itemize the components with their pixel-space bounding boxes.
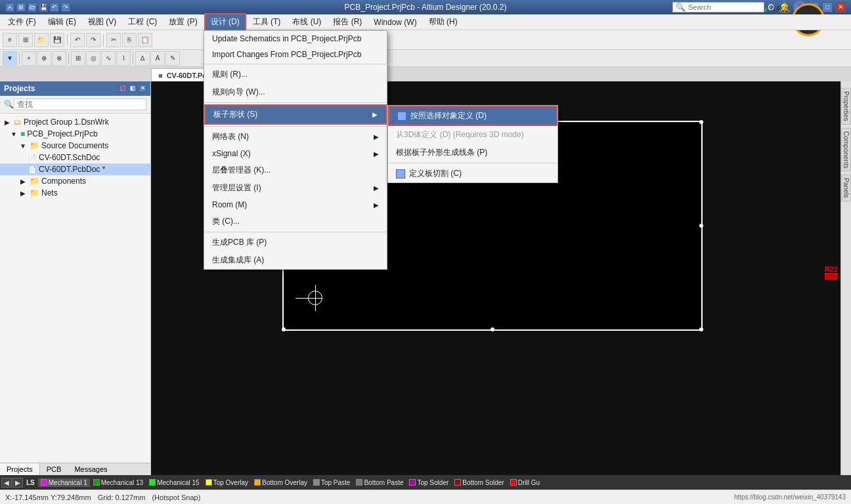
redo-btn[interactable]: ↷ — [86, 33, 100, 47]
paste-btn[interactable]: 📋 — [138, 33, 152, 47]
projects-tab[interactable]: Projects — [0, 463, 40, 475]
dm-layer-mgr[interactable]: 层叠管理器 (K)... — [204, 161, 387, 179]
menu-place[interactable]: 放置 (P) — [164, 14, 202, 30]
sm-gen-from-outline[interactable]: 根据板子外形生成线条 (P) — [388, 144, 557, 161]
menu-project[interactable]: 工程 (C) — [123, 14, 162, 30]
layer-nav-right[interactable]: ▶ — [12, 478, 23, 488]
save-btn[interactable]: 💾 — [50, 33, 64, 47]
menu-edit[interactable]: 编辑 (E) — [43, 14, 81, 30]
menu-report[interactable]: 报告 (R) — [328, 14, 367, 30]
close-button[interactable]: ✕ — [835, 2, 846, 12]
layer-drill[interactable]: Drill Gu — [508, 478, 542, 487]
redo-icon[interactable]: ↷ — [61, 3, 70, 12]
dm-make-int-lib[interactable]: 生成集成库 (A) — [204, 251, 387, 269]
open-btn[interactable]: 📁 — [34, 33, 49, 47]
panel-search-icon: 🔍 — [4, 100, 14, 109]
panel-title: Projects — [4, 84, 35, 93]
dm-room[interactable]: Room (M) ▶ — [204, 197, 387, 213]
sm-define-from-sel[interactable]: 按照选择对象定义 (D) — [388, 106, 557, 126]
pad-btn[interactable]: ⌇ — [116, 51, 131, 66]
components-panel-btn[interactable]: Components — [841, 128, 851, 172]
tree-nets[interactable]: ▶ 📁 Nets — [0, 187, 150, 199]
select-btn[interactable]: ▼ — [3, 51, 17, 66]
track-btn[interactable]: ∿ — [101, 51, 116, 66]
sm-define-split[interactable]: 定义板切割 (C) — [388, 165, 557, 182]
zoom-area-btn[interactable]: ⊗ — [52, 51, 66, 66]
menu-view[interactable]: 视图 (V) — [83, 14, 121, 30]
dm-update-sch[interactable]: Update Schematics in PCB_Project.PrjPcb — [204, 31, 387, 47]
dm-xsignal[interactable]: xSignal (X) ▶ — [204, 146, 387, 161]
tree-sch-icon: 📄 — [28, 153, 37, 162]
route-btn[interactable]: ⊞ — [71, 51, 85, 66]
text-btn[interactable]: A — [150, 51, 165, 66]
panel-search-input[interactable] — [14, 98, 146, 110]
layer-bottom-solder[interactable]: Bottom Solder — [452, 478, 506, 487]
dm-make-pcb-lib[interactable]: 生成PCB 库 (P) — [204, 234, 387, 251]
layer-bottom-paste-label: Bottom Paste — [364, 479, 403, 486]
copy-btn[interactable]: ⎘ — [122, 33, 137, 47]
menu-route[interactable]: 布线 (U) — [287, 14, 326, 30]
tree-source-docs[interactable]: ▼ 📁 Source Documents — [0, 140, 150, 152]
layer-top-overlay[interactable]: Top Overlay — [203, 478, 251, 487]
pencil-btn[interactable]: ✎ — [165, 51, 180, 66]
messages-tab[interactable]: Messages — [68, 463, 114, 475]
layer-top-solder[interactable]: Top Solder — [406, 478, 451, 487]
dm-boardshape[interactable]: 板子形状 (S) ▶ — [204, 104, 387, 125]
sm-define-split-label: 定义板切割 (C) — [409, 168, 462, 179]
new-btn[interactable]: ≡ — [3, 33, 17, 47]
dm-netlist-label: 网络表 (N) — [212, 131, 249, 142]
panel-float-btn[interactable]: ◧ — [129, 85, 137, 93]
dm-netlist[interactable]: 网络表 (N) ▶ — [204, 128, 387, 146]
dm-rules[interactable]: 规则 (R)... — [204, 66, 387, 83]
layer-mechanical13-dot — [93, 479, 100, 486]
tree-project-group[interactable]: ▶ 🗂 Project Group 1.DsnWrk — [0, 116, 150, 128]
layer-drill-label: Drill Gu — [518, 479, 540, 486]
panel-pin-btn[interactable]: 📌 — [119, 85, 127, 93]
status-bar: X:-17.145mm Y:79.248mm Grid: 0.127mm (Ho… — [0, 490, 851, 504]
zoom-in-btn[interactable]: + — [22, 51, 36, 66]
cut-btn[interactable]: ✂ — [106, 33, 121, 47]
undo-btn[interactable]: ↶ — [70, 33, 85, 47]
dm-import-changes[interactable]: Import Changes From PCB_Project.PrjPcb — [204, 47, 387, 62]
title-right-section: 🔍 ▲ 0.4K/s ▼ 0K/s 86% ⚙ 🔔 👤 — □ ✕ — [672, 1, 846, 14]
dm-make-int-lib-label: 生成集成库 (A) — [212, 255, 264, 266]
tree-pcbdoc[interactable]: 📄 CV-60DT.PcbDoc * — [0, 163, 150, 175]
panels-panel-btn[interactable]: Panels — [841, 175, 851, 201]
maximize-button[interactable]: □ — [822, 2, 833, 12]
undo-icon[interactable]: ↶ — [50, 3, 59, 12]
menu-window[interactable]: Window (W) — [368, 16, 422, 29]
panel-close-btn[interactable]: ✕ — [139, 85, 146, 93]
menu-design[interactable]: 设计 (D) — [204, 13, 246, 31]
layer-mechanical1-dot — [41, 479, 47, 486]
layer-top-paste[interactable]: Top Paste — [311, 478, 353, 487]
layer-mechanical1[interactable]: Mechanical 1 — [38, 478, 90, 487]
zoom-fit-btn[interactable]: ⊕ — [37, 51, 51, 66]
dm-netlist-arrow: ▶ — [374, 133, 379, 140]
menu-help[interactable]: 帮助 (H) — [424, 14, 463, 30]
tree-pcb-project[interactable]: ▼ ■ PCB_Project.PrjPcb — [0, 128, 150, 140]
properties-panel-btn[interactable]: Properties — [841, 88, 851, 125]
measure-btn[interactable]: ∆ — [135, 51, 150, 66]
via-btn[interactable]: ◎ — [86, 51, 100, 66]
layer-bottom-overlay[interactable]: Bottom Overlay — [251, 478, 310, 487]
tree-comp-icon: 📁 — [30, 177, 39, 186]
tree-components[interactable]: ▶ 📁 Components — [0, 175, 150, 187]
dm-rule-wizard[interactable]: 规则向导 (W)... — [204, 83, 387, 101]
dm-class[interactable]: 类 (C)... — [204, 213, 387, 230]
layer-mechanical15[interactable]: Mechanical 15 — [146, 478, 202, 487]
layer-nav-left[interactable]: ◀ — [1, 478, 12, 488]
tree-schdoc[interactable]: 📄 CV-60DT.SchDoc — [0, 152, 150, 163]
pcb-tab[interactable]: PCB — [40, 463, 68, 475]
dm-class-label: 类 (C)... — [212, 216, 240, 227]
search-box[interactable]: 🔍 — [672, 2, 764, 12]
layer-bottom-paste[interactable]: Bottom Paste — [353, 478, 406, 487]
dm-room-arrow: ▶ — [374, 201, 379, 209]
sm-define-from-3d: 从3D体定义 (D) (Requires 3D mode) — [388, 126, 557, 144]
grid-btn[interactable]: ⊞ — [18, 33, 33, 47]
dm-sep-1 — [204, 64, 387, 64]
dm-manage-settings[interactable]: 管理层设置 (I) ▶ — [204, 179, 387, 197]
layer-mechanical13[interactable]: Mechanical 13 — [91, 478, 146, 487]
menu-file[interactable]: 文件 (F) — [3, 14, 41, 30]
search-input[interactable] — [688, 3, 754, 11]
menu-tools[interactable]: 工具 (T) — [248, 14, 286, 30]
